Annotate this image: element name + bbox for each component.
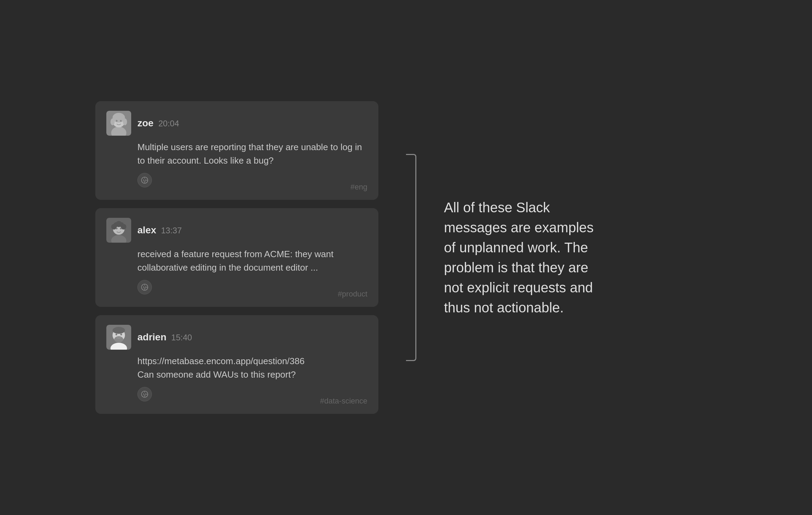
channel-tag-1: #eng bbox=[350, 183, 367, 192]
channel-tag-3: #data-science bbox=[320, 397, 367, 406]
timestamp-alex: 13:37 bbox=[161, 226, 182, 235]
svg-point-34 bbox=[114, 336, 123, 342]
username-zoe: zoe bbox=[137, 118, 154, 129]
channel-tag-2: #product bbox=[338, 290, 367, 299]
svg-point-22 bbox=[116, 228, 118, 230]
svg-point-9 bbox=[143, 179, 144, 180]
message-meta-3: adrien 15:40 bbox=[137, 332, 192, 343]
message-body-3: https://metabase.encom.app/question/386C… bbox=[106, 354, 367, 401]
reaction-button-1[interactable] bbox=[137, 173, 152, 187]
message-card-1: zoe 20:04 Multiple users are reporting t… bbox=[95, 101, 378, 200]
message-card-2: alex 13:37 received a feature request fr… bbox=[95, 208, 378, 307]
message-body-2: received a feature request from ACME: th… bbox=[106, 247, 367, 294]
avatar-adrien bbox=[106, 325, 131, 350]
svg-point-21 bbox=[119, 222, 124, 227]
svg-point-6 bbox=[116, 120, 118, 122]
messages-column: zoe 20:04 Multiple users are reporting t… bbox=[95, 101, 378, 414]
svg-point-7 bbox=[120, 120, 122, 122]
svg-point-23 bbox=[120, 228, 122, 230]
svg-point-33 bbox=[113, 327, 125, 334]
description-column: All of these Slack messages are examples… bbox=[444, 197, 603, 318]
svg-point-25 bbox=[143, 286, 144, 287]
bracket-top bbox=[406, 154, 416, 164]
timestamp-adrien: 15:40 bbox=[171, 333, 192, 342]
avatar-zoe bbox=[106, 111, 131, 136]
svg-point-5 bbox=[123, 118, 127, 125]
svg-point-36 bbox=[120, 334, 122, 336]
username-alex: alex bbox=[137, 225, 156, 236]
message-body-1: Multiple users are reporting that they a… bbox=[106, 140, 367, 187]
timestamp-zoe: 20:04 bbox=[158, 119, 179, 128]
main-layout: zoe 20:04 Multiple users are reporting t… bbox=[95, 101, 717, 414]
bracket-divider bbox=[406, 154, 416, 361]
reaction-button-2[interactable] bbox=[137, 280, 152, 294]
bracket-bottom bbox=[406, 351, 416, 361]
avatar-alex bbox=[106, 218, 131, 243]
message-text-2: received a feature request from ACME: th… bbox=[137, 247, 367, 274]
message-text-1: Multiple users are reporting that they a… bbox=[137, 140, 367, 167]
message-meta-1: zoe 20:04 bbox=[137, 118, 179, 129]
message-text-3: https://metabase.encom.app/question/386C… bbox=[137, 354, 367, 381]
message-header-1: zoe 20:04 bbox=[106, 111, 367, 136]
message-card-3: adrien 15:40 https://metabase.encom.app/… bbox=[95, 315, 378, 414]
svg-point-10 bbox=[145, 179, 146, 180]
svg-point-39 bbox=[145, 393, 146, 394]
svg-point-4 bbox=[110, 118, 115, 125]
message-header-2: alex 13:37 bbox=[106, 218, 367, 243]
reaction-button-3[interactable] bbox=[137, 387, 152, 401]
svg-point-26 bbox=[145, 286, 146, 287]
username-adrien: adrien bbox=[137, 332, 166, 343]
message-meta-2: alex 13:37 bbox=[137, 225, 182, 236]
bracket-line bbox=[415, 164, 416, 351]
svg-point-35 bbox=[116, 334, 117, 336]
message-header-3: adrien 15:40 bbox=[106, 325, 367, 350]
svg-point-20 bbox=[114, 222, 118, 227]
svg-point-38 bbox=[143, 393, 144, 394]
description-text: All of these Slack messages are examples… bbox=[444, 197, 603, 318]
